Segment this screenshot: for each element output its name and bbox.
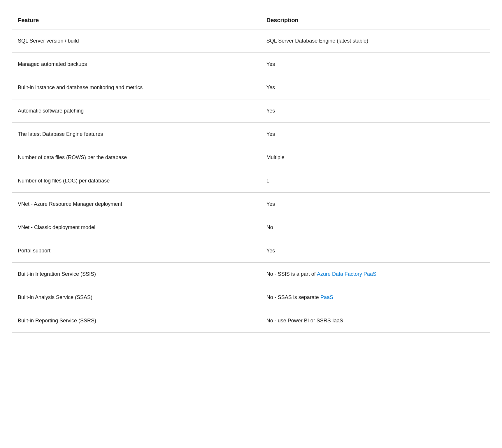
description-cell: 1 [261, 169, 490, 193]
description-cell: No [261, 216, 490, 239]
table-row: Number of log files (LOG) per database1 [12, 169, 490, 193]
feature-cell: Number of log files (LOG) per database [12, 169, 261, 193]
description-cell: Yes [261, 193, 490, 216]
feature-cell: Built-in Reporting Service (SSRS) [12, 309, 261, 333]
table-row: SQL Server version / buildSQL Server Dat… [12, 29, 490, 53]
feature-cell: VNet - Azure Resource Manager deployment [12, 193, 261, 216]
table-row: Number of data files (ROWS) per the data… [12, 146, 490, 169]
feature-cell: Number of data files (ROWS) per the data… [12, 146, 261, 169]
table-row: Built-in Analysis Service (SSAS)No - SSA… [12, 286, 490, 309]
description-cell: Yes [261, 99, 490, 123]
description-cell: Yes [261, 76, 490, 99]
description-cell: No - SSIS is a part of Azure Data Factor… [261, 263, 490, 286]
feature-cell: Portal support [12, 239, 261, 263]
feature-cell: Built-in Integration Service (SSIS) [12, 263, 261, 286]
table-row: The latest Database Engine featuresYes [12, 123, 490, 146]
feature-cell: Built-in instance and database monitorin… [12, 76, 261, 99]
feature-cell: Managed automated backups [12, 53, 261, 76]
table-row: Built-in instance and database monitorin… [12, 76, 490, 99]
feature-table-container: Feature Description SQL Server version /… [12, 12, 490, 333]
table-row: Built-in Reporting Service (SSRS)No - us… [12, 309, 490, 333]
table-row: Built-in Integration Service (SSIS)No - … [12, 263, 490, 286]
table-row: VNet - Azure Resource Manager deployment… [12, 193, 490, 216]
description-cell: Yes [261, 53, 490, 76]
table-row: Managed automated backupsYes [12, 53, 490, 76]
feature-column-header: Feature [12, 12, 261, 29]
description-link[interactable]: PaaS [320, 294, 333, 300]
feature-cell: SQL Server version / build [12, 29, 261, 53]
table-row: VNet - Classic deployment modelNo [12, 216, 490, 239]
feature-cell: Automatic software patching [12, 99, 261, 123]
description-cell: No - use Power BI or SSRS IaaS [261, 309, 490, 333]
description-cell: Multiple [261, 146, 490, 169]
description-column-header: Description [261, 12, 490, 29]
feature-cell: Built-in Analysis Service (SSAS) [12, 286, 261, 309]
feature-table: Feature Description SQL Server version /… [12, 12, 490, 333]
description-cell: Yes [261, 123, 490, 146]
feature-cell: The latest Database Engine features [12, 123, 261, 146]
feature-cell: VNet - Classic deployment model [12, 216, 261, 239]
table-row: Automatic software patchingYes [12, 99, 490, 123]
table-header-row: Feature Description [12, 12, 490, 29]
description-link[interactable]: Azure Data Factory PaaS [317, 271, 376, 277]
table-row: Portal supportYes [12, 239, 490, 263]
description-cell: SQL Server Database Engine (latest stabl… [261, 29, 490, 53]
description-cell: No - SSAS is separate PaaS [261, 286, 490, 309]
description-cell: Yes [261, 239, 490, 263]
